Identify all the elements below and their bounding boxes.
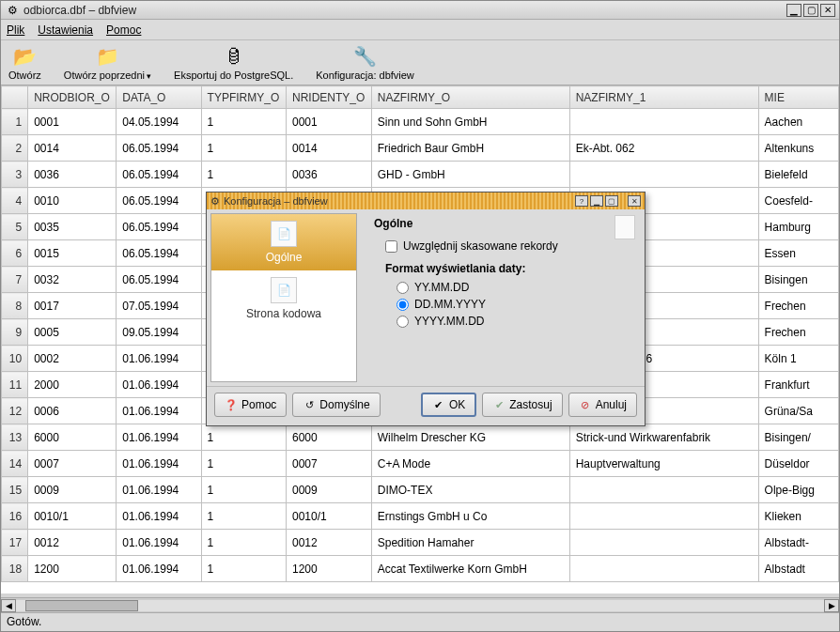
radio-ddmmyyyy-input[interactable] [397, 299, 409, 311]
table-row[interactable]: 17001201.06.199410012Spedition HamaherAl… [2, 530, 839, 556]
cell[interactable]: Ernstings GmbH u Co [371, 503, 569, 530]
cell[interactable]: 04.05.1994 [117, 109, 201, 135]
defaults-button[interactable]: ↺Domyślne [292, 393, 380, 417]
sidebar-item-codepage[interactable]: 📄 Strona kodowa [211, 270, 356, 327]
cell[interactable]: Frechen [758, 319, 838, 346]
cell[interactable]: 0014 [28, 135, 117, 162]
radio-yyyymmdd-input[interactable] [397, 316, 409, 328]
toolbar-export-postgresql[interactable]: 🛢 Eksportuj do PostgreSQL. [174, 45, 293, 81]
cell[interactable]: 0035 [28, 214, 117, 240]
cell[interactable]: 0005 [28, 319, 117, 346]
toolbar-open[interactable]: 📂 Otwórz [8, 45, 41, 81]
cell[interactable]: 07.05.1994 [117, 293, 201, 319]
radio-yymmdd-input[interactable] [397, 282, 409, 294]
cell[interactable]: 1200 [287, 556, 372, 582]
cell[interactable]: 01.06.1994 [117, 451, 201, 477]
sidebar-item-general[interactable]: 📄 Ogólne [211, 214, 356, 270]
cell[interactable]: Bielefeld [758, 162, 838, 188]
dialog-min-button[interactable]: ▁ [590, 195, 603, 207]
cell[interactable]: 06.05.1994 [117, 267, 201, 293]
cell[interactable]: 1 [201, 503, 286, 530]
cell[interactable]: Friedrich Baur GmbH [371, 135, 569, 162]
cell[interactable]: 01.06.1994 [117, 530, 201, 556]
cell[interactable]: 01.06.1994 [117, 503, 201, 530]
cell[interactable]: Albstadt [758, 556, 838, 582]
column-header[interactable]: DATA_O [117, 86, 201, 109]
cell[interactable]: Bisingen/ [758, 424, 838, 451]
cell[interactable]: 06.05.1994 [117, 162, 201, 188]
help-button[interactable]: ❓Pomoc [214, 393, 287, 417]
apply-button[interactable]: ✔Zastosuj [482, 393, 562, 417]
cell[interactable] [569, 109, 758, 135]
cell[interactable]: 0032 [28, 267, 117, 293]
cell[interactable]: Frechen [758, 293, 838, 319]
cell[interactable]: 06.05.1994 [117, 214, 201, 240]
table-row[interactable]: 2001406.05.199410014Friedrich Baur GmbHE… [2, 135, 839, 162]
cell[interactable]: 0009 [28, 477, 117, 503]
cell[interactable]: 0001 [28, 109, 117, 135]
scroll-right-button[interactable]: ▶ [824, 599, 839, 612]
table-row[interactable]: 160010/101.06.199410010/1Ernstings GmbH … [2, 503, 839, 530]
toolbar-open-previous[interactable]: 📁 Otwórz poprzedni [64, 45, 151, 81]
cell[interactable]: 0012 [28, 530, 117, 556]
cell[interactable]: C+A Mode [371, 451, 569, 477]
cell[interactable]: 0036 [28, 162, 117, 188]
table-row[interactable]: 3003606.05.199410036GHD - GmbHBielefeld [2, 162, 839, 188]
cell[interactable]: 0007 [287, 451, 372, 477]
cell[interactable]: Frankfurt [758, 372, 838, 398]
dialog-max-button[interactable]: ▢ [605, 195, 618, 207]
cell[interactable]: DIMO-TEX [371, 477, 569, 503]
cell[interactable]: 01.06.1994 [117, 372, 201, 398]
cell[interactable]: Sinn und Sohn GmbH [371, 109, 569, 135]
cell[interactable] [569, 162, 758, 188]
cell[interactable]: Wilhelm Drescher KG [371, 424, 569, 451]
cell[interactable]: 06.05.1994 [117, 135, 201, 162]
cell[interactable]: Grüna/Sa [758, 398, 838, 424]
cell[interactable]: GHD - GmbH [371, 162, 569, 188]
toolbar-config[interactable]: 🔧 Konfiguracja: dbfview [316, 45, 414, 81]
cell[interactable]: Aachen [758, 109, 838, 135]
radio-yymmdd[interactable]: YY.MM.DD [397, 281, 631, 294]
cell[interactable]: 0010/1 [287, 503, 372, 530]
cell[interactable]: 0009 [287, 477, 372, 503]
scroll-thumb[interactable] [25, 600, 138, 611]
dialog-help-button[interactable]: ? [575, 195, 588, 207]
maximize-button[interactable]: ▢ [803, 4, 818, 17]
cell[interactable]: 1 [201, 451, 286, 477]
cell[interactable]: 0006 [28, 398, 117, 424]
cell[interactable]: 1 [201, 424, 286, 451]
cell[interactable] [569, 530, 758, 556]
cell[interactable]: Bisingen [758, 267, 838, 293]
cell[interactable]: 1 [201, 556, 286, 582]
radio-ddmmyyyy[interactable]: DD.MM.YYYY [397, 298, 631, 311]
radio-yyyymmdd[interactable]: YYYY.MM.DD [397, 315, 631, 328]
cell[interactable]: 01.06.1994 [117, 346, 201, 372]
column-header[interactable]: MIE [758, 86, 838, 109]
cell[interactable]: 2000 [28, 372, 117, 398]
table-row[interactable]: 18120001.06.199411200Accat Textilwerke K… [2, 556, 839, 582]
cell[interactable]: Albstadt- [758, 530, 838, 556]
ok-button[interactable]: ✔OK [421, 393, 476, 417]
column-header[interactable]: TYPFIRMY_O [201, 86, 286, 109]
column-header[interactable]: NRIDENTY_O [287, 86, 372, 109]
cell[interactable]: 06.05.1994 [117, 240, 201, 267]
cell[interactable]: Olpe-Bigg [758, 477, 838, 503]
cell[interactable]: 1 [201, 530, 286, 556]
cell[interactable]: Hamburg [758, 214, 838, 240]
include-deleted-input[interactable] [385, 240, 397, 253]
cell[interactable]: Coesfeld- [758, 188, 838, 214]
cell[interactable]: 09.05.1994 [117, 319, 201, 346]
cell[interactable]: 0010/1 [28, 503, 117, 530]
cell[interactable]: 1 [201, 109, 286, 135]
cell[interactable] [569, 503, 758, 530]
column-header[interactable]: NAZFIRMY_O [371, 86, 569, 109]
column-header[interactable]: NRODBIOR_O [28, 86, 117, 109]
cell[interactable] [569, 477, 758, 503]
cell[interactable]: Altenkuns [758, 135, 838, 162]
scroll-left-button[interactable]: ◀ [1, 599, 16, 612]
horizontal-scrollbar[interactable]: ◀ ▶ [1, 597, 839, 612]
cell[interactable]: Hauptverwaltung [569, 451, 758, 477]
cell[interactable]: 6000 [287, 424, 372, 451]
menu-help[interactable]: Pomoc [106, 23, 141, 37]
menu-file[interactable]: Plik [7, 23, 24, 37]
